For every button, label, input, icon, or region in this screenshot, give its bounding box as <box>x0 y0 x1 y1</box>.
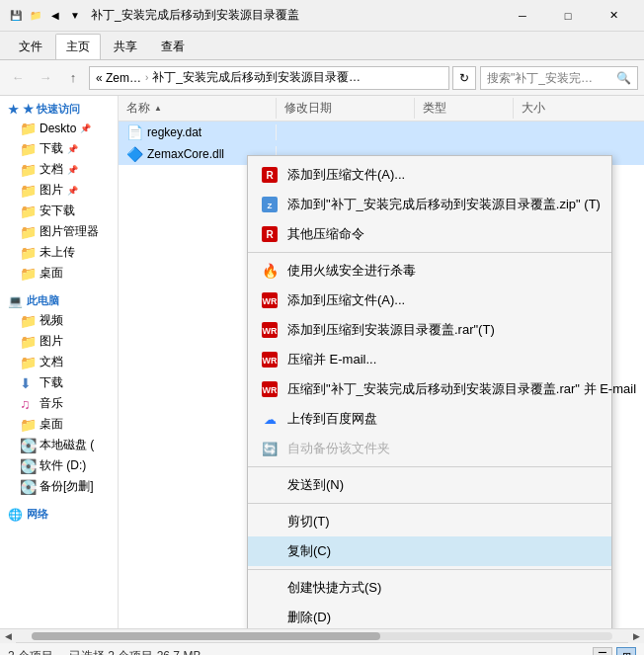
search-input[interactable] <box>487 71 612 85</box>
download-folder-icon: 📁 <box>20 141 36 157</box>
sidebar-item-download2[interactable]: ⬇ 下载 <box>0 372 118 393</box>
sidebar-item-docs[interactable]: 📁 文档 📌 <box>0 159 118 180</box>
horizontal-scrollbar[interactable]: ◀ ▶ <box>0 628 644 642</box>
scroll-left-button[interactable]: ◀ <box>0 629 16 643</box>
view-tiles-button[interactable]: ⊞ <box>616 647 636 656</box>
sidebar-item-desktop2[interactable]: 📁 桌面 <box>0 263 118 284</box>
sidebar-item-picmgr[interactable]: 📁 图片管理器 <box>0 221 118 242</box>
menu-item-virus[interactable]: 🔥 使用火绒安全进行杀毒 <box>248 256 611 286</box>
view-details-button[interactable]: ☰ <box>593 647 612 656</box>
column-headers: 名称 ▲ 修改日期 类型 大小 <box>119 96 644 122</box>
col-header-name[interactable]: 名称 ▲ <box>119 98 277 119</box>
menu-item-create-shortcut[interactable]: 创建快捷方式(S) <box>248 573 611 603</box>
col-header-date[interactable]: 修改日期 <box>277 98 415 119</box>
network-header[interactable]: 🌐 网络 <box>0 505 118 524</box>
computer-icon: 💻 <box>8 294 23 308</box>
sidebar-item-uploads[interactable]: 📁 未上传 <box>0 242 118 263</box>
save-icon: 💾 <box>8 8 24 24</box>
menu-item-copy[interactable]: 复制(C) <box>248 536 611 566</box>
menu-item-add-rar[interactable]: WR 添加到压缩文件(A)... <box>248 286 611 315</box>
address-crumb-2[interactable]: 补丁_安装完成后移动到安装源目录覆… <box>152 69 361 86</box>
menu-label: 添加到压缩文件(A)... <box>287 291 600 309</box>
menu-label: 添加到"补丁_安装完成后移动到安装源目录覆盖.zip" (T) <box>287 196 601 213</box>
back-icon: ◀ <box>47 8 63 24</box>
col-header-size[interactable]: 大小 <box>514 98 593 119</box>
dropdown-icon[interactable]: ▼ <box>67 8 83 24</box>
menu-item-add-zip-name[interactable]: Z 添加到"补丁_安装完成后移动到安装源目录覆盖.zip" (T) <box>248 190 611 219</box>
address-separator: › <box>145 72 148 83</box>
up-button[interactable]: ↑ <box>61 66 85 90</box>
address-path[interactable]: « Zem… › 补丁_安装完成后移动到安装源目录覆… <box>89 66 449 90</box>
forward-button[interactable]: → <box>34 66 57 90</box>
menu-item-auto-backup: 🔄 自动备份该文件夹 <box>248 434 611 463</box>
close-button[interactable]: ✕ <box>591 0 636 32</box>
folder-icon: 📁 <box>20 334 36 350</box>
svg-text:R: R <box>266 229 274 240</box>
fire-icon: 🔥 <box>260 261 280 281</box>
address-crumb-1[interactable]: « Zem… <box>96 71 141 85</box>
this-pc-header[interactable]: 💻 此电脑 <box>0 291 118 310</box>
search-box[interactable]: 🔍 <box>480 66 638 90</box>
menu-item-cut[interactable]: 剪切(T) <box>248 507 611 536</box>
scroll-right-button[interactable]: ▶ <box>628 629 644 643</box>
tab-view[interactable]: 查看 <box>150 34 196 59</box>
network-label: 网络 <box>27 507 48 522</box>
scrollbar-thumb[interactable] <box>32 632 380 640</box>
sidebar-item-pics[interactable]: 📁 图片 📌 <box>0 180 118 201</box>
shortcut-icon <box>260 578 280 598</box>
sidebar-item-pics2[interactable]: 📁 图片 <box>0 331 118 352</box>
folder-icon: 📁 <box>28 8 43 24</box>
window-controls: ─ □ ✕ <box>500 0 636 32</box>
status-bar: 2 个项目 已选择 2 个项目 26.7 MB ☰ ⊞ <box>0 642 644 655</box>
backup-icon: 🔄 <box>260 439 280 458</box>
tab-home[interactable]: 主页 <box>55 34 101 59</box>
star-icon: ★ <box>8 103 19 117</box>
drive-icon: 💽 <box>20 458 36 474</box>
menu-label: 其他压缩命令 <box>287 225 600 243</box>
back-button[interactable]: ← <box>6 66 30 90</box>
folder-icon: 📁 <box>20 313 36 329</box>
col-size-label: 大小 <box>522 100 545 117</box>
title-bar-system-icons: 💾 📁 ◀ ▼ <box>8 8 83 24</box>
sidebar-item-drive-c[interactable]: 💽 本地磁盘 ( <box>0 435 118 455</box>
sidebar-item-docs2[interactable]: 📁 文档 <box>0 352 118 372</box>
menu-item-send-to[interactable]: 发送到(N) <box>248 470 611 500</box>
sidebar-item-drive-backup[interactable]: 💽 备份[勿删] <box>0 476 118 497</box>
delete-icon <box>260 608 280 627</box>
sidebar-item-music[interactable]: ♫ 音乐 <box>0 393 118 414</box>
menu-item-compress-email[interactable]: WR 压缩并 E-mail... <box>248 345 611 374</box>
ribbon-tabs: 文件 主页 共享 查看 <box>0 32 644 59</box>
table-row[interactable]: 📄 regkey.dat <box>119 122 644 143</box>
sidebar-item-videos[interactable]: 📁 视频 <box>0 310 118 331</box>
menu-separator <box>248 503 611 504</box>
menu-item-upload-baidu[interactable]: ☁ 上传到百度网盘 <box>248 404 611 434</box>
sidebar-item-drive-d[interactable]: 💽 软件 (D:) <box>0 455 118 476</box>
menu-item-add-rar-name[interactable]: WR 添加到压缩到安装源目录覆盖.rar"(T) <box>248 315 611 345</box>
sidebar-item-desktop3[interactable]: 📁 桌面 <box>0 414 118 435</box>
maximize-button[interactable]: □ <box>545 0 591 32</box>
minimize-button[interactable]: ─ <box>500 0 545 32</box>
col-header-type[interactable]: 类型 <box>415 98 514 119</box>
menu-item-add-zip[interactable]: R 添加到压缩文件(A)... <box>248 160 611 190</box>
sidebar-item-label: 图片 <box>40 182 63 199</box>
sidebar-item-desktop[interactable]: 📁 Deskto 📌 <box>0 119 118 138</box>
file-name-cell: 📄 regkey.dat <box>119 124 277 140</box>
sidebar-item-label: 视频 <box>40 312 63 329</box>
quick-access-header[interactable]: ★ ★ 快速访问 <box>0 100 118 119</box>
refresh-button[interactable]: ↻ <box>452 66 476 90</box>
quick-access-section: ★ ★ 快速访问 📁 Deskto 📌 📁 下载 📌 📁 文档 📌 📁 图片 <box>0 96 118 287</box>
menu-item-other-compress[interactable]: R 其他压缩命令 <box>248 219 611 249</box>
scrollbar-track[interactable] <box>32 632 612 640</box>
sidebar-item-andownload[interactable]: 📁 安下载 <box>0 201 118 221</box>
menu-label: 压缩到"补丁_安装完成后移动到安装源目录覆盖.rar" 并 E-mail <box>287 380 636 398</box>
sidebar-item-download[interactable]: 📁 下载 📌 <box>0 138 118 159</box>
copy-icon <box>260 541 280 561</box>
folder-icon: 📁 <box>20 224 36 240</box>
tab-file[interactable]: 文件 <box>8 34 53 59</box>
tab-share[interactable]: 共享 <box>103 34 148 59</box>
menu-label: 上传到百度网盘 <box>287 410 600 428</box>
menu-item-compress-rar-email[interactable]: WR 压缩到"补丁_安装完成后移动到安装源目录覆盖.rar" 并 E-mail <box>248 374 611 404</box>
menu-item-delete[interactable]: 删除(D) <box>248 603 611 628</box>
download-icon: ⬇ <box>20 375 36 391</box>
quick-access-label: ★ 快速访问 <box>23 102 80 117</box>
